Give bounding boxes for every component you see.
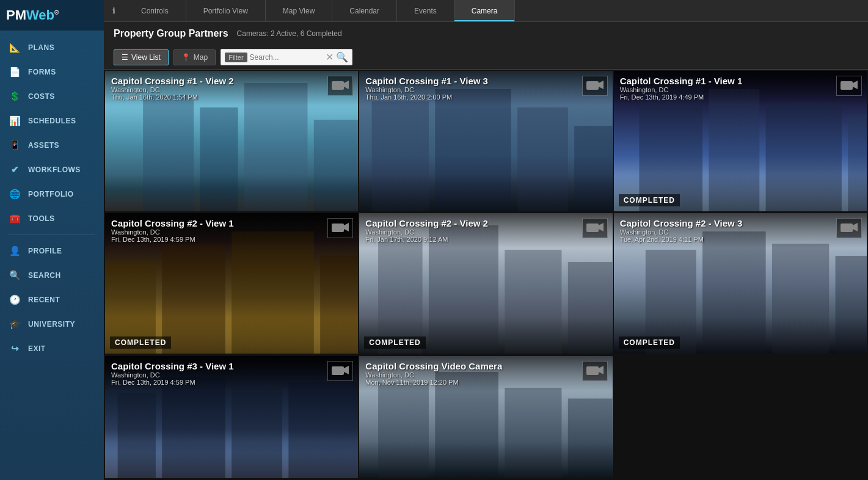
camera-name: Capitol Crossing #1 - View 3 bbox=[365, 76, 606, 86]
sidebar-icon-costs: 💲 bbox=[9, 90, 22, 103]
sidebar-icon-plans: 📐 bbox=[9, 41, 22, 54]
sidebar-icon-exit: ↪ bbox=[9, 342, 22, 355]
logo-area[interactable]: PMWeb® bbox=[0, 0, 104, 31]
camera-date: Tue, Apr 2nd, 2019 4:11 PM bbox=[620, 236, 861, 243]
camera-card-cc1v1[interactable]: Capitol Crossing #1 - View 1 Washington,… bbox=[614, 71, 867, 211]
svg-rect-14 bbox=[765, 101, 841, 211]
filter-tag: Filter bbox=[225, 53, 247, 62]
camera-name: Capitol Crossing #2 - View 2 bbox=[365, 218, 606, 228]
sidebar-item-costs[interactable]: 💲COSTS bbox=[0, 84, 104, 109]
search-container: Filter ✕ 🔍 bbox=[221, 49, 352, 65]
camera-card-cc1v2[interactable]: Capitol Crossing #1 - View 2 Washington,… bbox=[105, 71, 358, 211]
camera-icon bbox=[836, 218, 862, 238]
svg-rect-37 bbox=[162, 377, 225, 478]
search-icon[interactable]: 🔍 bbox=[336, 51, 348, 63]
clear-icon[interactable]: ✕ bbox=[326, 51, 334, 63]
map-button[interactable]: 📍 Map bbox=[173, 49, 216, 65]
logo: PMWeb® bbox=[6, 7, 59, 23]
svg-rect-42 bbox=[378, 382, 429, 478]
sidebar-label-schedules: SCHEDULES bbox=[28, 117, 76, 125]
top-nav-item-map-view[interactable]: Map View bbox=[266, 0, 332, 21]
svg-rect-32 bbox=[772, 244, 829, 354]
sidebar-label-portfolio: PORTFOLIO bbox=[28, 190, 74, 198]
top-nav-item-calendar[interactable]: Calendar bbox=[332, 0, 397, 21]
svg-rect-36 bbox=[118, 393, 156, 478]
sidebar-item-portfolio[interactable]: 🌐PORTFOLIO bbox=[0, 182, 104, 206]
sidebar-item-exit[interactable]: ↪EXIT bbox=[0, 336, 104, 361]
svg-rect-20 bbox=[232, 231, 314, 354]
sidebar-item-recent[interactable]: 🕐RECENT bbox=[0, 288, 104, 312]
top-nav-item-controls[interactable]: Controls bbox=[124, 0, 186, 21]
camera-card-cc2v3[interactable]: Capitol Crossing #2 - View 3 Washington,… bbox=[614, 213, 867, 354]
sidebar-label-recent: RECENT bbox=[28, 296, 60, 304]
property-header: Property Group Partners Cameras: 2 Activ… bbox=[104, 22, 868, 45]
sidebar-label-costs: COSTS bbox=[28, 92, 55, 101]
camera-card-ccvc[interactable]: Capitol Crossing Video Camera Washington… bbox=[359, 356, 612, 478]
camera-name: Capitol Crossing #2 - View 1 bbox=[111, 218, 352, 228]
toolbar: ☰ View List 📍 Map Filter ✕ 🔍 bbox=[104, 45, 868, 70]
svg-marker-29 bbox=[599, 223, 604, 231]
camera-location: Washington, DC bbox=[111, 228, 352, 236]
camera-location: Washington, DC bbox=[365, 371, 606, 379]
sidebar-item-search[interactable]: 🔍SEARCH bbox=[0, 263, 104, 288]
sidebar-label-assets: ASSETS bbox=[28, 141, 59, 150]
main-content: ℹ ControlsPortfolio ViewMap ViewCalendar… bbox=[104, 0, 868, 480]
top-nav-items: ControlsPortfolio ViewMap ViewCalendarEv… bbox=[124, 0, 515, 21]
camera-date: Fri, Dec 13th, 2019 4:59 PM bbox=[111, 379, 352, 386]
camera-name: Capitol Crossing #3 - View 1 bbox=[111, 361, 352, 371]
top-nav-item-portfolio-view[interactable]: Portfolio View bbox=[186, 0, 266, 21]
camera-card-cc2v2[interactable]: Capitol Crossing #2 - View 2 Washington,… bbox=[359, 213, 612, 354]
camera-location: Washington, DC bbox=[365, 228, 606, 236]
svg-marker-41 bbox=[344, 366, 349, 374]
sidebar-item-workflows[interactable]: ✔WORKFLOWS bbox=[0, 158, 104, 182]
svg-rect-16 bbox=[841, 81, 853, 90]
camera-date: Fri, Jan 17th, 2020 9:12 AM bbox=[365, 236, 606, 243]
sidebar-item-tools[interactable]: 🧰TOOLS bbox=[0, 206, 104, 231]
sidebar-label-exit: EXIT bbox=[28, 344, 46, 353]
sidebar-item-schedules[interactable]: 📊SCHEDULES bbox=[0, 109, 104, 133]
sidebar-item-profile[interactable]: 👤PROFILE bbox=[0, 239, 104, 263]
search-input[interactable] bbox=[250, 53, 323, 62]
camera-date: Mon, Nov 11th, 2019 12:20 PM bbox=[365, 379, 606, 386]
svg-rect-19 bbox=[162, 244, 225, 354]
svg-rect-31 bbox=[702, 231, 766, 354]
completed-badge: COMPLETED bbox=[619, 336, 680, 349]
top-nav-item-camera[interactable]: Camera bbox=[454, 0, 516, 21]
svg-rect-0 bbox=[143, 95, 194, 211]
camera-location: Washington, DC bbox=[620, 86, 861, 93]
top-nav: ℹ ControlsPortfolio ViewMap ViewCalendar… bbox=[104, 0, 868, 22]
svg-rect-33 bbox=[835, 256, 867, 354]
camera-name: Capitol Crossing #1 - View 1 bbox=[620, 76, 861, 86]
svg-rect-44 bbox=[505, 388, 562, 478]
svg-marker-23 bbox=[344, 223, 349, 231]
svg-rect-10 bbox=[586, 81, 599, 90]
camera-card-cc1v3[interactable]: Capitol Crossing #1 - View 3 Washington,… bbox=[359, 71, 612, 211]
property-title: Property Group Partners bbox=[114, 28, 228, 39]
sidebar-item-assets[interactable]: 📱ASSETS bbox=[0, 133, 104, 158]
svg-rect-22 bbox=[332, 224, 344, 232]
svg-rect-21 bbox=[320, 256, 358, 354]
sidebar-icon-portfolio: 🌐 bbox=[9, 187, 22, 201]
svg-rect-46 bbox=[586, 366, 599, 375]
svg-rect-27 bbox=[568, 262, 613, 354]
camera-location: Washington, DC bbox=[620, 228, 861, 236]
svg-rect-4 bbox=[332, 81, 344, 90]
camera-location: Washington, DC bbox=[111, 371, 352, 379]
camera-card-cc3v1[interactable]: Capitol Crossing #3 - View 1 Washington,… bbox=[105, 356, 358, 478]
view-list-button[interactable]: ☰ View List bbox=[114, 49, 169, 65]
info-icon[interactable]: ℹ bbox=[104, 6, 124, 15]
camera-icon bbox=[327, 361, 353, 381]
sidebar-item-university[interactable]: 🎓UNIVERSITY bbox=[0, 312, 104, 336]
sidebar-item-forms[interactable]: 📄FORMS bbox=[0, 60, 104, 84]
top-nav-item-events[interactable]: Events bbox=[397, 0, 454, 21]
camera-name: Capitol Crossing #1 - View 2 bbox=[111, 76, 352, 86]
sidebar-item-plans[interactable]: 📐PLANS bbox=[0, 35, 104, 60]
sidebar-icon-recent: 🕐 bbox=[9, 293, 22, 307]
camera-card-cc2v1[interactable]: Capitol Crossing #2 - View 1 Washington,… bbox=[105, 213, 358, 354]
svg-rect-15 bbox=[848, 114, 867, 211]
svg-marker-35 bbox=[853, 223, 858, 231]
sidebar-icon-tools: 🧰 bbox=[9, 212, 22, 225]
camera-icon bbox=[836, 76, 862, 96]
camera-grid: Capitol Crossing #1 - View 2 Washington,… bbox=[104, 70, 868, 480]
svg-rect-9 bbox=[575, 126, 613, 211]
